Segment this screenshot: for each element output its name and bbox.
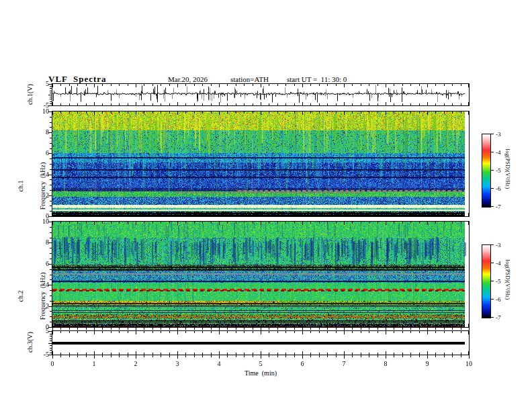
- x-tick-mark: [402, 355, 403, 357]
- colorbar-tick-label: -5: [496, 278, 501, 285]
- colorbar-ch2-title: log(PSD)(V²/Hz): [504, 240, 511, 320]
- y-tick-label-ch2-freq: 4: [27, 281, 49, 288]
- y-tick-label-ch2-freq: 6: [27, 260, 49, 267]
- x-tick-mark: [319, 328, 320, 330]
- x-tick-label: 9: [420, 360, 434, 367]
- x-tick-mark: [219, 328, 220, 331]
- x-tick-mark: [310, 355, 311, 357]
- x-tick-mark: [169, 328, 170, 330]
- y-tick-mark: [50, 185, 52, 185]
- y-tick-mark: [48, 153, 52, 154]
- x-tick-mark: [319, 355, 320, 357]
- x-tick-label: 3: [171, 360, 184, 367]
- ch2-spectrogram-panel: [52, 221, 470, 328]
- y-tick-mark: [50, 259, 52, 259]
- ch2-spectrogram-canvas: [52, 222, 469, 327]
- x-tick-mark: [94, 355, 95, 359]
- y-tick-mark: [48, 285, 52, 285]
- y-tick-label-ch1-freq: 4: [27, 171, 49, 178]
- ch3-waveform-canvas: [52, 331, 469, 355]
- ch3-waveform-panel: [52, 330, 470, 355]
- x-tick-mark: [386, 355, 386, 359]
- y-tick-mark: [50, 348, 52, 349]
- y-tick-mark: [50, 93, 52, 93]
- x-tick-mark: [285, 328, 286, 330]
- y-tick-mark: [50, 88, 52, 89]
- x-tick-mark: [427, 355, 428, 359]
- colorbar-tick-label: -5: [496, 167, 501, 174]
- x-tick-label: 1: [87, 360, 101, 367]
- colorbar-tick-label: -7: [496, 203, 501, 210]
- colorbar-ch1: [482, 134, 491, 208]
- y-tick-mark: [50, 148, 52, 149]
- y-tick-mark: [50, 248, 52, 248]
- colorbar-tick-label: -3: [496, 131, 501, 138]
- x-tick-mark: [202, 355, 203, 357]
- x-tick-mark: [461, 328, 461, 330]
- x-tick-mark: [177, 355, 178, 359]
- y-tick-mark: [50, 179, 52, 180]
- y-tick-label-ch1-freq: 10: [27, 107, 49, 115]
- x-tick-mark: [152, 328, 153, 330]
- x-tick-mark: [386, 328, 386, 331]
- y-tick-mark: [50, 336, 52, 336]
- x-tick-mark: [128, 355, 128, 357]
- x-tick-mark: [102, 328, 103, 330]
- x-tick-mark: [119, 355, 120, 357]
- x-tick-mark: [52, 355, 53, 359]
- x-tick-mark: [410, 355, 411, 357]
- x-tick-mark: [60, 355, 61, 357]
- x-tick-mark: [336, 355, 337, 357]
- colorbar-ch1-title: log(PSD)(V²/Hz): [504, 129, 511, 210]
- x-tick-mark: [236, 328, 236, 330]
- ch1-waveform-canvas: [52, 84, 469, 105]
- y-tick-mark: [50, 164, 52, 165]
- y-tick-mark: [48, 242, 52, 243]
- y-tick-mark: [50, 143, 52, 144]
- colorbar-tick: [491, 134, 494, 134]
- x-tick-mark: [402, 328, 403, 330]
- x-tick-mark: [236, 355, 236, 357]
- x-tick-mark: [52, 328, 53, 331]
- x-tick-label: 7: [337, 360, 351, 367]
- x-tick-mark: [344, 328, 345, 331]
- x-tick-label: 0: [46, 360, 59, 367]
- x-tick-mark: [60, 328, 61, 330]
- x-tick-label: 5: [254, 360, 267, 367]
- x-tick-label: 6: [296, 360, 309, 367]
- colorbar-tick-label: -4: [496, 260, 501, 267]
- colorbar-tick: [491, 152, 494, 152]
- colorbar-tick: [491, 206, 494, 207]
- y-tick-mark: [50, 86, 52, 87]
- colorbar-tick: [491, 317, 494, 318]
- y-tick-mark: [50, 316, 52, 317]
- y-tick-mark: [50, 103, 52, 104]
- y-tick-mark: [50, 211, 52, 212]
- colorbar-tick-label: -6: [496, 185, 501, 192]
- y-tick-mark: [50, 350, 52, 351]
- y-tick-mark: [50, 122, 52, 123]
- station-label: station=ATH: [230, 75, 269, 83]
- x-tick-mark: [77, 355, 78, 357]
- x-tick-mark: [352, 328, 353, 330]
- x-tick-mark: [394, 355, 394, 357]
- x-tick-mark: [261, 355, 261, 359]
- x-tick-mark: [211, 328, 212, 330]
- y-tick-mark: [48, 264, 52, 265]
- y-tick-mark: [50, 334, 52, 334]
- x-tick-mark: [185, 328, 186, 330]
- x-tick-mark: [202, 328, 203, 330]
- y-tick-mark: [50, 238, 52, 238]
- y-tick-mark: [48, 343, 52, 344]
- x-tick-mark: [419, 355, 420, 357]
- x-tick-mark: [369, 355, 369, 357]
- x-tick-mark: [378, 328, 378, 330]
- y-tick-mark: [48, 95, 52, 95]
- y-tick-mark: [50, 275, 52, 275]
- x-tick-mark: [277, 328, 278, 330]
- x-tick-mark: [227, 355, 228, 357]
- x-tick-mark: [219, 355, 220, 359]
- y-tick-mark: [48, 355, 52, 355]
- y-tick-mark: [48, 306, 52, 307]
- x-tick-mark: [86, 328, 87, 330]
